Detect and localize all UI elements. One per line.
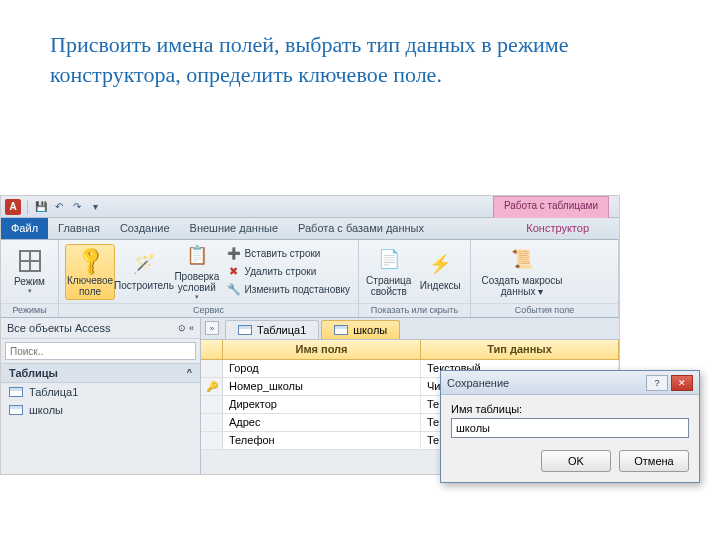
property-sheet-button[interactable]: 📄 Страница свойств [365,247,413,297]
qat-dropdown-icon[interactable]: ▾ [88,200,102,214]
tab-file[interactable]: Файл [1,218,48,239]
view-label: Режим [14,276,45,287]
row-selector[interactable] [201,414,223,431]
group-showhide: Показать или скрыть [359,303,470,317]
primary-key-label: Ключевое поле [67,275,113,297]
indexes-label: Индексы [420,280,461,291]
collapse-icon: ^ [187,367,192,379]
row-selector[interactable] [201,396,223,413]
macro-icon: 📜 [508,247,536,273]
indexes-button[interactable]: ⚡ Индексы [417,252,465,291]
validation-button[interactable]: 📋 Проверка условий ▾ [173,243,221,301]
tab-external[interactable]: Внешние данные [180,218,288,239]
field-name-cell[interactable]: Телефон [223,432,421,449]
table-icon [238,325,252,335]
field-name-cell[interactable]: Адрес [223,414,421,431]
indexes-icon: ⚡ [426,252,454,278]
field-name-cell[interactable]: Директор [223,396,421,413]
document-tabs: » Таблица1 школы [201,318,619,340]
delete-row-icon: ✖ [227,265,241,279]
nav-toggle-button[interactable]: » [205,321,219,335]
table-name-input[interactable] [451,418,689,438]
validation-label: Проверка условий [173,271,221,293]
tab-design[interactable]: Конструктор [516,218,599,239]
row-selector[interactable]: 🔑 [201,378,223,395]
nav-category-tables[interactable]: Таблицы ^ [1,363,200,383]
row-selector[interactable] [201,360,223,377]
search-input[interactable] [5,342,196,360]
redo-icon[interactable]: ↷ [70,200,84,214]
undo-icon[interactable]: ↶ [52,200,66,214]
table-icon [9,387,23,397]
save-dialog: Сохранение ? ✕ Имя таблицы: OK Отмена [440,370,700,483]
doc-tab-table1[interactable]: Таблица1 [225,320,319,339]
slide-title: Присвоить имена полей, выбрать тип данны… [0,0,720,99]
dialog-titlebar: Сохранение ? ✕ [441,371,699,395]
create-data-macros-button[interactable]: 📜 Создать макросы данных ▾ [477,247,567,297]
tab-home[interactable]: Главная [48,218,110,239]
context-tab-title: Работа с таблицами [493,196,609,218]
col-data-type: Тип данных [421,340,619,359]
navigation-pane: Все объекты Access ⊙ « Таблицы ^ Таблица… [1,318,201,474]
group-events: События поле [471,303,618,317]
tab-create[interactable]: Создание [110,218,180,239]
row-selector-header [201,340,223,359]
builder-label: Построитель [114,280,174,291]
validation-icon: 📋 [183,243,211,269]
builder-icon: 🪄 [130,252,158,278]
chevron-down-icon: ▾ [28,287,32,295]
ribbon-tabs: Файл Главная Создание Внешние данные Раб… [1,218,619,240]
nav-item[interactable]: Таблица1 [1,383,200,401]
dialog-title: Сохранение [447,377,509,389]
doc-tab-schools[interactable]: школы [321,320,400,339]
chevron-down-icon: ⊙ « [178,323,194,333]
chevron-down-icon: ▾ [195,293,199,301]
table-icon [9,405,23,415]
close-button[interactable]: ✕ [671,375,693,391]
col-field-name: Имя поля [223,340,421,359]
nav-search [5,342,196,360]
modify-lookup-icon: 🔧 [227,283,241,297]
cancel-button[interactable]: Отмена [619,450,689,472]
row-selector[interactable] [201,432,223,449]
macro-label: Создать макросы данных ▾ [477,275,567,297]
primary-key-button[interactable]: 🔑 Ключевое поле [65,244,115,300]
insert-rows-button[interactable]: ➕ Вставить строки [225,246,352,262]
modify-lookup-button[interactable]: 🔧 Изменить подстановку [225,282,352,298]
ribbon: Режим ▾ Режимы 🔑 Ключевое поле 🪄 Построи… [1,240,619,318]
save-icon[interactable]: 💾 [34,200,48,214]
nav-header[interactable]: Все объекты Access ⊙ « [1,318,200,339]
tab-dbtools[interactable]: Работа с базами данных [288,218,434,239]
group-tools: Сервис [59,303,358,317]
help-button[interactable]: ? [646,375,668,391]
property-sheet-label: Страница свойств [365,275,413,297]
nav-item[interactable]: школы [1,401,200,419]
insert-row-icon: ➕ [227,247,241,261]
app-badge[interactable]: A [5,199,21,215]
key-icon: 🔑 [76,247,104,273]
group-views: Режимы [1,303,58,317]
table-name-label: Имя таблицы: [451,403,689,415]
builder-button[interactable]: 🪄 Построитель [119,252,169,291]
field-name-cell[interactable]: Город [223,360,421,377]
ok-button[interactable]: OK [541,450,611,472]
view-button[interactable]: Режим ▾ [7,248,52,295]
field-name-cell[interactable]: Номер_школы [223,378,421,395]
property-sheet-icon: 📄 [375,247,403,273]
delete-rows-button[interactable]: ✖ Удалить строки [225,264,352,280]
table-icon [334,325,348,335]
view-icon [16,248,44,274]
design-grid-header: Имя поля Тип данных [201,340,619,360]
